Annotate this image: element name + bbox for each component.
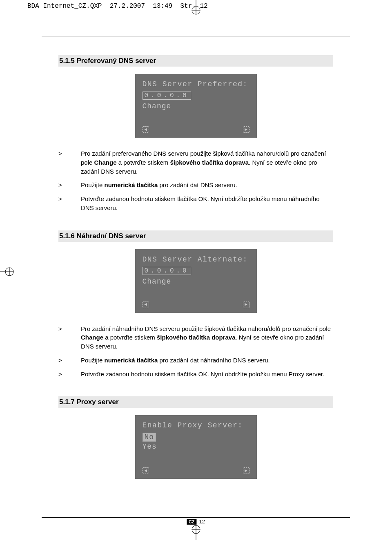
screen-option: Change — [143, 277, 249, 286]
screen-title: Enable Proxy Server: — [143, 421, 249, 429]
instruction-marker: > — [58, 181, 81, 190]
hdr-date: 27.2.2007 — [110, 2, 145, 10]
instruction-row: >Pro zadání preferovaného DNS serveru po… — [58, 149, 333, 176]
instruction-text: Použijte numerická tlačítka pro zadání d… — [81, 181, 333, 190]
screen-value: 0.0.0.0 — [143, 267, 191, 275]
arrow-right-icon: ▶ — [243, 126, 249, 133]
lang-badge: CZ — [187, 519, 197, 525]
screen-title: DNS Server Alternate: — [143, 255, 249, 264]
screen-option: Yes — [143, 442, 249, 451]
screen-value: 0.0.0.0 — [143, 92, 191, 100]
crop-mark-left-icon — [0, 264, 16, 280]
page-frame: 5.1.5 Preferovaný DNS serverDNS Server P… — [42, 36, 350, 518]
print-header: BDA Internet_CZ.QXP 27.2.2007 13:49 Str.… — [27, 2, 208, 10]
crop-mark-top-icon — [188, 0, 204, 16]
instruction-marker: > — [58, 370, 81, 379]
crop-mark-bottom-icon — [188, 523, 204, 540]
instruction-row: >Použijte numerická tlačítka pro zadání … — [58, 356, 333, 365]
arrow-right-icon: ▶ — [243, 302, 249, 308]
device-screen: DNS Server Alternate:0.0.0.0Change◀▶ — [135, 249, 257, 313]
section-heading: 5.1.5 Preferovaný DNS server — [58, 55, 333, 67]
instruction-text: Potvrďte zadanou hodnotu stiskem tlačítk… — [81, 370, 333, 379]
instruction-text: Pro zadání náhradního DNS serveru použij… — [81, 324, 333, 351]
instruction-marker: > — [58, 356, 81, 365]
screen-option: Change — [143, 102, 249, 110]
instruction-text: Použijte numerická tlačítka pro zadání d… — [81, 356, 333, 365]
instruction-row: >Pro zadání náhradního DNS serveru použi… — [58, 324, 333, 351]
device-screen: DNS Server Preferred:0.0.0.0Change◀▶ — [135, 74, 257, 138]
page-footer: CZ 12 — [187, 518, 205, 525]
hdr-file: BDA Internet_CZ.QXP — [27, 2, 102, 10]
arrow-left-icon: ◀ — [143, 302, 149, 308]
section-heading: 5.1.6 Náhradní DNS server — [58, 230, 333, 242]
device-screen: Enable Proxy Server:NoYes◀▶ — [135, 415, 257, 479]
instruction-text: Potvrďte zadanou hodnotu stiskem tlačítk… — [81, 194, 333, 212]
screen-option: No — [143, 433, 156, 442]
instruction-marker: > — [58, 194, 81, 212]
instruction-row: >Potvrďte zadanou hodnotu stiskem tlačít… — [58, 194, 333, 212]
arrow-right-icon: ▶ — [243, 467, 249, 474]
section-heading: 5.1.7 Proxy server — [58, 396, 333, 408]
arrow-left-icon: ◀ — [143, 467, 149, 474]
instruction-marker: > — [58, 149, 81, 176]
instruction-row: >Použijte numerická tlačítka pro zadání … — [58, 181, 333, 190]
instruction-text: Pro zadání preferovaného DNS serveru pou… — [81, 149, 333, 176]
arrow-left-icon: ◀ — [143, 126, 149, 133]
page-number: 12 — [199, 518, 205, 525]
screen-title: DNS Server Preferred: — [143, 80, 249, 88]
instruction-marker: > — [58, 324, 81, 351]
instruction-row: >Potvrďte zadanou hodnotu stiskem tlačít… — [58, 370, 333, 379]
hdr-time: 13:49 — [153, 2, 172, 10]
